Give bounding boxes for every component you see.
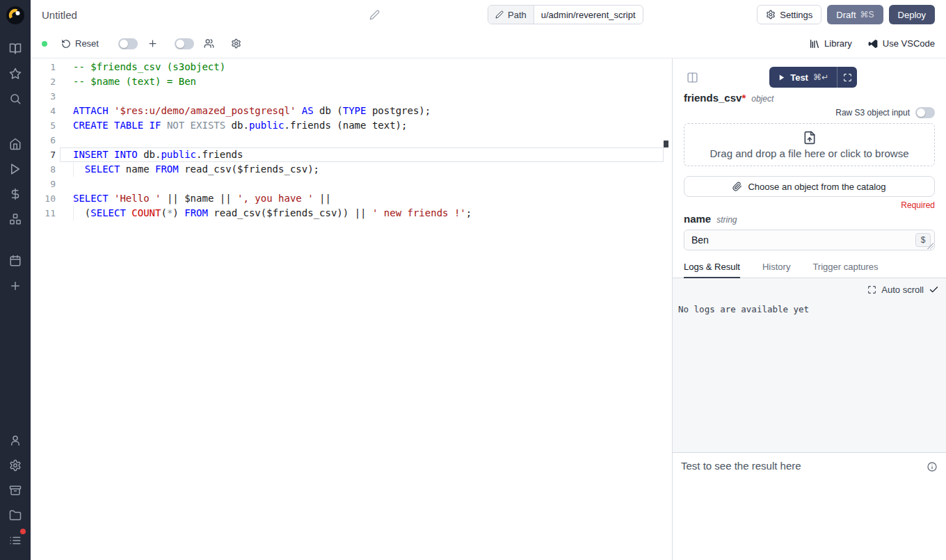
script-title-field[interactable]: Untitled [42,9,380,21]
toggle-two[interactable] [175,38,194,49]
add-plus-icon [9,280,22,292]
arg-type-label: string [716,215,737,225]
test-label: Test [790,72,808,83]
panel-layout-toggle[interactable] [687,72,698,83]
reset-button[interactable]: Reset [61,38,99,49]
resources-boxes-icon [9,213,22,225]
arg-name-label: name [684,213,711,225]
info-icon[interactable] [927,461,938,472]
sidebar-add-button[interactable] [3,273,28,298]
overview-ruler-marker [664,141,668,147]
draft-button[interactable]: Draft ⌘S [827,5,883,24]
code-line-3[interactable]: 3 [31,89,672,104]
tab-history[interactable]: History [762,262,790,278]
autoscroll-checkbox[interactable] [929,285,939,295]
use-vscode-button[interactable]: Use VSCode [867,38,935,49]
gear-icon [231,38,241,49]
path-button[interactable]: Path u/admin/reverent_script [488,5,643,24]
code-line-9[interactable]: 9 [31,177,672,191]
sidebar [0,0,31,560]
path-value[interactable]: u/admin/reverent_script [534,6,643,24]
windmill-logo[interactable] [3,6,28,25]
sidebar-search-button[interactable] [3,86,28,111]
users-icon [204,38,214,49]
indent-guide [73,162,74,177]
library-label: Library [824,38,852,49]
use-vscode-label: Use VSCode [883,38,935,49]
line-number: 3 [31,89,56,104]
file-dropzone[interactable]: Drag and drop a file here or click to br… [684,123,935,166]
maximize-icon [867,285,876,294]
resize-grip[interactable] [927,243,933,249]
code-line-5[interactable]: 5CREATE TABLE IF NOT EXISTS db.public.fr… [31,118,672,133]
content-split: 1-- $friends_csv (s3object)2-- $name (te… [31,58,946,560]
path-label-segment[interactable]: Path [488,6,534,24]
sidebar-variables-button[interactable] [3,182,28,207]
toolbar-right-group: Library Use VSCode [809,38,935,49]
settings-button[interactable]: Settings [757,5,821,24]
sidebar-home-button[interactable] [3,131,28,157]
collaborators-button[interactable] [204,38,214,49]
raw-s3-toggle-label: Raw S3 object input [835,108,910,118]
toggle-one[interactable] [118,38,138,49]
name-input-wrapper: $ [684,230,935,250]
run-panel: Test ⌘↵ friends_csv* object Raw S3 objec… [673,58,946,560]
sidebar-workers-button[interactable] [3,478,28,503]
line-number: 9 [31,177,56,191]
code-line-11[interactable]: 11 (SELECT COUNT(*) FROM read_csv($frien… [31,206,672,221]
code-line-6[interactable]: 6 [31,133,672,147]
sidebar-folders-button[interactable] [3,503,28,528]
code-line-1[interactable]: 1-- $friends_csv (s3object) [31,60,672,74]
edit-title-button[interactable] [369,10,380,20]
deploy-button[interactable]: Deploy [889,5,935,24]
library-button[interactable]: Library [809,38,852,49]
file-upload-icon [803,131,817,145]
raw-s3-toggle-row: Raw S3 object input [684,107,935,118]
code-line-10[interactable]: 10SELECT 'Hello ' || $name || ', you hav… [31,191,672,206]
code-editor[interactable]: 1-- $friends_csv (s3object)2-- $name (te… [31,58,673,560]
expand-logs-button[interactable] [867,285,876,294]
library-icon [809,38,820,49]
editor-settings-button[interactable] [231,38,241,49]
name-input[interactable] [684,234,934,246]
test-expand-button[interactable] [837,67,857,88]
sidebar-docs-button[interactable] [3,36,28,61]
line-number: 10 [31,191,56,206]
sidebar-resources-button[interactable] [3,207,28,232]
add-button[interactable] [147,38,158,49]
sidebar-favorites-button[interactable] [3,61,28,86]
sidebar-user-button[interactable] [3,428,28,453]
dropzone-text: Drag and drop a file here or click to br… [710,147,909,159]
choose-catalog-object-button[interactable]: Choose an object from the catalog [684,176,935,197]
tab-trigger-captures[interactable]: Trigger captures [812,262,878,278]
sidebar-settings-button[interactable] [3,453,28,478]
sidebar-audit-logs-button[interactable] [3,528,28,553]
script-title[interactable]: Untitled [42,9,77,21]
tab-logs-result[interactable]: Logs & Result [684,262,740,278]
raw-s3-toggle[interactable] [915,107,935,118]
code-line-8[interactable]: 8 SELECT name FROM read_csv($friends_csv… [31,162,672,177]
draft-shortcut: ⌘S [860,10,874,19]
result-placeholder: Test to see the result here [681,460,801,472]
test-shortcut: ⌘↵ [813,72,828,82]
deploy-label: Deploy [898,10,926,20]
sidebar-runs-button[interactable] [3,157,28,182]
result-tabs: Logs & Result History Trigger captures [673,262,946,278]
plus-icon [147,38,158,49]
windmill-logo-icon [6,6,24,24]
test-button[interactable]: Test ⌘↵ [769,67,837,88]
docs-book-icon [9,42,22,55]
code-line-7[interactable]: 7INSERT INTO db.public.friends [31,147,672,162]
code-line-2[interactable]: 2-- $name (text) = Ben [31,74,672,89]
toggle-knob [120,40,128,48]
code-line-4[interactable]: 4ATTACH '$res:u/demo/amazed_postgresql' … [31,104,672,118]
line-number: 5 [31,118,56,133]
toggle-knob [917,109,925,117]
required-star: * [741,92,746,104]
workers-box-icon [9,484,22,497]
settings-label: Settings [780,10,812,20]
variables-dollar-icon [9,188,22,200]
sidebar-schedules-button[interactable] [3,248,28,273]
check-icon [929,285,939,295]
workspace-settings-gear-icon [9,459,22,472]
